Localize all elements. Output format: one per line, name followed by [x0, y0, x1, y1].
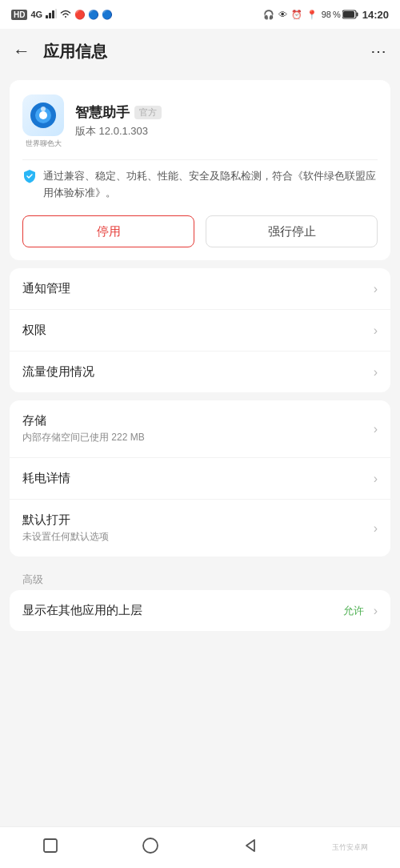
app-info-card: 世界聊色大 智慧助手 官方 版本 12.0.1.303 通过兼容、稳定、功耗、性… [10, 80, 390, 260]
chevron-right-icon: › [374, 472, 378, 486]
permissions-item[interactable]: 权限 › [10, 310, 390, 352]
chevron-right-icon: › [374, 365, 378, 380]
signal-icon [46, 9, 57, 20]
back-triangle-icon [242, 837, 259, 859]
back-arrow-icon: ← [13, 42, 30, 60]
signal-4g: 4G [30, 10, 42, 19]
chevron-right-icon: › [374, 521, 378, 536]
top-bar: ← 应用信息 ⋯ [0, 29, 400, 74]
headphone-icon: 🎧 [263, 10, 274, 20]
status-right: 🎧 👁 ⏰ 📍 98% 14:20 [263, 9, 389, 21]
app-header: 世界聊色大 智慧助手 官方 版本 12.0.1.303 [22, 94, 378, 148]
chevron-right-icon: › [374, 282, 378, 296]
battery-indicator: 98% [322, 10, 358, 19]
app-icon-wrapper: 世界聊色大 [22, 94, 64, 148]
svg-rect-5 [356, 13, 358, 17]
location-icon: 📍 [306, 10, 318, 20]
storage-subtitle: 内部存储空间已使用 222 MB [22, 431, 367, 444]
extra-icons: 🔴 🔵 🔵 [74, 10, 113, 20]
recents-icon [42, 837, 59, 859]
traffic-usage-item[interactable]: 流量使用情况 › [10, 352, 390, 392]
advanced-section-card: 显示在其他应用的上层 允许 › [10, 590, 390, 631]
chevron-right-icon: › [374, 323, 378, 338]
svg-rect-1 [49, 13, 51, 18]
action-buttons: 停用 强行停止 [22, 215, 378, 247]
overlay-permission-title: 显示在其他应用的上层 [22, 603, 343, 618]
notification-management-item[interactable]: 通知管理 › [10, 268, 390, 310]
nav-home-button[interactable] [130, 834, 170, 862]
svg-point-9 [39, 111, 47, 119]
app-icon-label: 世界聊色大 [26, 139, 62, 148]
app-name-block: 智慧助手 官方 版本 12.0.1.303 [75, 103, 378, 139]
status-left: HD 4G 🔴 🔵 🔵 [11, 9, 113, 20]
clock-icon: ⏰ [291, 10, 302, 20]
storage-item[interactable]: 存储 内部存储空间已使用 222 MB › [10, 400, 390, 458]
svg-rect-0 [46, 15, 48, 18]
svg-rect-11 [44, 839, 57, 852]
app-icon [22, 94, 64, 136]
wifi-icon [60, 9, 71, 20]
chevron-right-icon: › [374, 422, 378, 436]
default-open-item[interactable]: 默认打开 未设置任何默认选项 › [10, 500, 390, 557]
time-display: 14:20 [362, 9, 389, 21]
overlay-permission-value: 允许 [343, 604, 364, 618]
battery-detail-title: 耗电详情 [22, 471, 367, 486]
app-name-badge: 官方 [134, 106, 162, 119]
watermark-logo: 玉竹安卓网 [330, 834, 370, 862]
app-version: 版本 12.0.1.303 [75, 124, 378, 139]
advanced-section-label: 高级 [0, 565, 400, 590]
more-options-button[interactable]: ⋯ [370, 42, 387, 60]
svg-point-12 [143, 838, 158, 853]
svg-point-10 [41, 106, 46, 111]
overlay-permission-item[interactable]: 显示在其他应用的上层 允许 › [10, 590, 390, 631]
cert-shield-icon [22, 169, 37, 187]
eye-icon: 👁 [278, 10, 287, 19]
cert-description: 通过兼容、稳定、功耗、性能、安全及隐私检测，符合《软件绿色联盟应用体验标准》。 [43, 168, 378, 202]
force-stop-button[interactable]: 强行停止 [206, 215, 378, 247]
back-button[interactable]: ← [13, 36, 37, 66]
page-title: 应用信息 [43, 41, 107, 62]
battery-detail-item[interactable]: 耗电详情 › [10, 458, 390, 500]
disable-button[interactable]: 停用 [22, 215, 194, 247]
section-card-2: 存储 内部存储空间已使用 222 MB › 耗电详情 › 默认打开 未设置任何默… [10, 400, 390, 557]
svg-rect-6 [343, 11, 354, 18]
section-card-1: 通知管理 › 权限 › 流量使用情况 › [10, 268, 390, 392]
status-bar: HD 4G 🔴 🔵 🔵 🎧 👁 [0, 0, 400, 29]
storage-title: 存储 [22, 413, 367, 428]
svg-marker-13 [246, 840, 254, 851]
chevron-right-icon: › [374, 604, 378, 618]
navigation-bar: 玉竹安卓网 [0, 826, 400, 868]
nav-recents-button[interactable] [30, 834, 70, 862]
home-circle-icon [142, 837, 159, 859]
default-open-subtitle: 未设置任何默认选项 [22, 530, 367, 544]
battery-level: 98 [322, 10, 331, 19]
notification-management-title: 通知管理 [22, 281, 367, 296]
hd-badge: HD [11, 10, 27, 20]
nav-back-button[interactable] [230, 834, 270, 862]
watermark-text: 玉竹安卓网 [332, 842, 368, 853]
app-name: 智慧助手 官方 [75, 103, 378, 122]
svg-rect-3 [55, 9, 57, 18]
traffic-usage-title: 流量使用情况 [22, 364, 367, 380]
more-dots-icon: ⋯ [370, 42, 387, 60]
default-open-title: 默认打开 [22, 512, 367, 528]
svg-rect-2 [52, 10, 54, 18]
cert-row: 通过兼容、稳定、功耗、性能、安全及隐私检测，符合《软件绿色联盟应用体验标准》。 [22, 159, 378, 205]
permissions-title: 权限 [22, 323, 367, 338]
